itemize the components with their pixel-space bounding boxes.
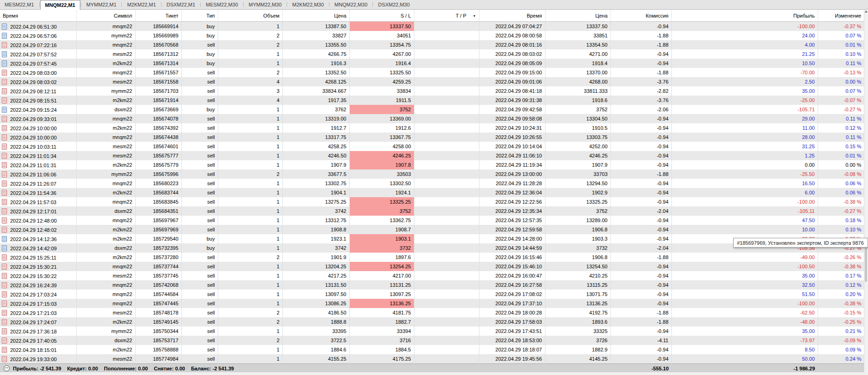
table-row[interactable]: 2022.04.29 17:21:03mesm22185748178sell24… — [0, 308, 864, 317]
table-row[interactable]: 2022.04.29 09:33:01mnqm22185674078sell11… — [0, 114, 864, 123]
symbol: mnqm22 — [76, 114, 135, 123]
trade-type: sell — [181, 133, 218, 142]
table-row[interactable]: 2022.04.29 17:15:03mnqm22185747445sell11… — [0, 299, 864, 308]
trade-type: sell — [181, 345, 218, 354]
tab-mnqm22-m1[interactable]: MNQM22,M1 — [40, 0, 80, 10]
commission: -0.94 — [611, 197, 671, 206]
commission: -0.94 — [611, 114, 671, 123]
table-row[interactable]: 2022.04.29 11:01:34mesm22185675777sell14… — [0, 151, 864, 160]
table-row[interactable]: 2022.04.29 12:17:01dsxm22185684351sell13… — [0, 206, 864, 216]
table-row[interactable]: 2022.04.29 17:24:07m2km22185749145sell21… — [0, 317, 864, 327]
open-time-text: 2022.04.29 10:00:00 — [10, 126, 57, 131]
table-row[interactable]: 2022.04.29 11:06:06mymm22185675996sell23… — [0, 169, 864, 179]
column-header-sl[interactable]: S / L — [349, 10, 414, 22]
close-price: 1906.8 — [545, 225, 611, 234]
column-header-volume[interactable]: Объем — [218, 10, 282, 22]
sell-trade-icon — [2, 328, 7, 334]
column-header-type[interactable]: Тип — [181, 10, 218, 22]
table-row[interactable]: 2022.04.29 19:33:00mesm22185774984sell14… — [0, 354, 864, 364]
table-row[interactable]: 2022.04.29 15:30:21mnqm22185737744sell11… — [0, 262, 864, 271]
table-row[interactable]: 2022.04.29 17:03:24mnqm22185744584sell11… — [0, 290, 864, 299]
table-row[interactable]: 2022.04.29 08:12:11mymm22185671703sell33… — [0, 86, 864, 96]
table-row[interactable]: 2022.04.29 07:22:16mnqm22185670568sell21… — [0, 40, 864, 49]
table-row[interactable]: 2022.04.29 07:57:45m2km22185671314buy119… — [0, 59, 864, 68]
table-row[interactable]: 2022.04.29 15:25:11m2km22185737280sell21… — [0, 253, 864, 262]
profit: 1.25 — [671, 151, 818, 160]
tab-dsxm22-m30[interactable]: DSXM22,M30 — [373, 0, 414, 9]
ticket: 185680223 — [135, 179, 181, 188]
table-row[interactable]: 2022.04.29 07:57:52mesm22185671312buy142… — [0, 49, 864, 59]
scrollbar-thumb[interactable] — [865, 242, 867, 282]
summary-item: Баланс: -2 541.39 — [191, 366, 234, 371]
column-header-commission[interactable]: Комиссия — [611, 10, 671, 22]
symbol: mnqm22 — [76, 280, 135, 290]
table-row[interactable]: 2022.04.29 10:00:00m2km22185674392sell11… — [0, 123, 864, 133]
change-percent: 0.21 % — [818, 327, 864, 336]
column-header-profit[interactable]: Прибыль — [671, 10, 818, 22]
symbol: mymm22 — [76, 31, 135, 40]
table-row[interactable]: 2022.04.29 12:48:02m2km22185697969sell11… — [0, 225, 864, 234]
commission: -3.76 — [611, 96, 671, 105]
table-row[interactable]: 2022.04.29 11:01:31m2km22185675779sell11… — [0, 160, 864, 169]
sell-trade-icon — [2, 88, 7, 94]
close-price: 1882.9 — [545, 345, 611, 354]
table-row[interactable]: 2022.04.29 16:24:39mnqm22185742068sell11… — [0, 280, 864, 290]
tab-m2km22-m1[interactable]: M2KM22,M1 — [122, 0, 160, 9]
open-price: 1917.35 — [282, 96, 349, 105]
tab-m2km22-m30[interactable]: M2KM22,M30 — [287, 0, 328, 9]
sell-trade-icon — [2, 79, 7, 85]
ticket: 185748178 — [135, 308, 181, 317]
commission: -1.88 — [611, 253, 671, 262]
trade-type: sell — [181, 336, 218, 345]
table-row[interactable]: 2022.04.29 12:48:00mnqm22185697967sell11… — [0, 216, 864, 225]
take-profit — [414, 197, 479, 206]
table-row[interactable]: 2022.04.29 08:15:51m2km22185671914sell41… — [0, 96, 864, 105]
vertical-scrollbar[interactable] — [864, 9, 868, 372]
column-header-change[interactable]: Изменение — [818, 10, 864, 22]
table-row[interactable]: 2022.04.29 10:03:11mesm22185674601sell14… — [0, 142, 864, 151]
ticket: 185697967 — [135, 216, 181, 225]
profit: 10.00 — [671, 225, 818, 234]
tab-dsxm22-m1[interactable]: DSXM22,M1 — [162, 0, 200, 9]
table-row[interactable]: 2022.04.29 11:26:07mnqm22185680223sell11… — [0, 179, 864, 188]
table-row[interactable]: 2022.04.29 17:40:05dsxm22185753717sell23… — [0, 336, 864, 345]
chevron-down-icon[interactable]: ▼ — [473, 14, 476, 18]
open-time: 2022.04.29 11:01:31 — [0, 160, 76, 169]
commission: -2.82 — [611, 86, 671, 96]
close-price: 1903.3 — [545, 234, 611, 243]
open-price: 1912.7 — [282, 123, 349, 133]
column-header-tp[interactable]: T / P▼ — [414, 10, 479, 22]
column-header-price-close[interactable]: Цена — [545, 10, 611, 22]
tab-mymm22-m1[interactable]: MYMM22,M1 — [82, 0, 121, 9]
table-row[interactable]: 2022.04.29 15:30:22mesm22185737745sell14… — [0, 271, 864, 280]
tab-mesm22-m30[interactable]: MESM22,M30 — [201, 0, 243, 9]
collapse-minus-icon[interactable] — [4, 365, 10, 371]
table-row[interactable]: 2022.04.29 08:03:02mesm22185671558sell44… — [0, 77, 864, 86]
tab-mnqm22-m30[interactable]: MNQM22,M30 — [330, 0, 372, 9]
table-row[interactable]: 2022.04.29 09:15:24dsxm22185673669buy137… — [0, 105, 864, 114]
table-row[interactable]: 2022.04.29 18:15:01m2km22185758888sell11… — [0, 345, 864, 354]
open-price: 13317.75 — [282, 133, 349, 142]
column-header-time-close[interactable]: Время — [479, 10, 545, 22]
symbol: mesm22 — [76, 77, 135, 86]
open-time-text: 2022.04.29 08:03:02 — [10, 79, 57, 85]
open-time: 2022.04.29 08:15:51 — [0, 96, 76, 105]
scrollbar-up-arrow-icon[interactable] — [865, 11, 868, 12]
tab-mymm22-m30[interactable]: MYMM22,M30 — [244, 0, 287, 9]
tab-mesm22-m1[interactable]: MESM22,M1 — [0, 0, 39, 9]
column-header-symbol[interactable]: Символ — [76, 10, 135, 22]
column-header-ticket[interactable]: Тикет — [135, 10, 181, 22]
table-row[interactable]: 2022.04.29 11:57:03mnqm22185683845sell11… — [0, 197, 864, 206]
table-row[interactable]: 2022.04.29 11:54:36m2km22185683744sell11… — [0, 188, 864, 197]
ticket: 185674601 — [135, 142, 181, 151]
open-time: 2022.04.29 11:06:06 — [0, 169, 76, 179]
table-row[interactable]: 2022.04.29 06:51:30mnqm22185669914buy113… — [0, 22, 864, 31]
trade-type: sell — [181, 40, 218, 49]
column-header-price-open[interactable]: Цена — [282, 10, 349, 22]
column-header-time-open[interactable]: Время — [0, 10, 76, 22]
table-row[interactable]: 2022.04.29 06:57:06mymm22185669989buy233… — [0, 31, 864, 40]
open-price: 4217.25 — [282, 271, 349, 280]
table-row[interactable]: 2022.04.29 08:03:00mnqm22185671557sell21… — [0, 68, 864, 77]
table-row[interactable]: 2022.04.29 17:36:18mymm22185750344sell13… — [0, 327, 864, 336]
table-row[interactable]: 2022.04.29 10:00:00mnqm22185674438sell11… — [0, 133, 864, 142]
